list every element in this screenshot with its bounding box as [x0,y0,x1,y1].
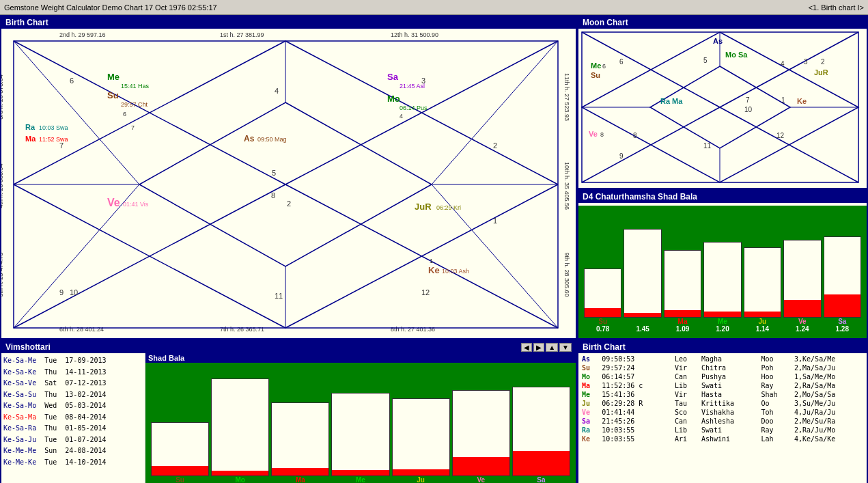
svg-text:10:03  Ash: 10:03 Ash [442,268,469,275]
svg-text:12th h. 31  500.90: 12th h. 31 500.90 [391,31,438,38]
svg-text:5: 5 [272,169,276,177]
svg-text:3rd h. 26  373.64: 3rd h. 26 373.64 [1,74,4,120]
list-item[interactable]: Ke-Sa-Ma Tue 08-04-2014 [3,412,143,424]
svg-text:Me: Me [591,61,601,70]
nav-prev[interactable]: ◀ [521,343,532,352]
svg-text:8: 8 [271,191,275,199]
svg-text:9: 9 [59,288,64,296]
table-row: Su 29:57:24 Vir Chitra Poh 2,Ma/Sa/Ju [580,363,865,372]
list-item[interactable]: Ke-Sa-Ke Thu 14-11-2013 [3,367,143,378]
right-panels: Moon Chart [577,15,868,340]
vimshottari-panel: Vimshottari ◀ ▶ ▲ ▼ Ke-Sa-Me Tue 17-09-2… [0,340,577,483]
svg-text:10th h. 35  405.56: 10th h. 35 405.56 [563,162,570,210]
table-row: Ma 11:52:36 c Lib Swati Ray 2,Ra/Sa/Ma [580,381,865,390]
svg-text:Mo: Mo [387,94,400,104]
list-item[interactable]: Ke-Me-Ke Tue 14-10-2014 [3,457,143,469]
vimshottari-header: Vimshottari ◀ ▶ ▲ ▼ [1,341,576,353]
list-item[interactable]: Ke-Sa-Su Thu 13-02-2014 [3,389,143,401]
list-item[interactable]: Ke-Sa-Me Tue 17-09-2013 [3,355,143,367]
svg-text:10:03  Swa: 10:03 Swa [39,124,68,131]
svg-text:09:50  Mag: 09:50 Mag [257,136,287,143]
svg-text:9th h. 28  305.60: 9th h. 28 305.60 [563,252,570,296]
table-row: Mo 06:14:57 Can Pushya Hoo 1,Sa/Me/Mo [580,372,865,381]
list-item[interactable]: Ke-Sa-Ve Sat 07-12-2013 [3,378,143,389]
svg-text:4: 4 [400,113,403,120]
table-row: As 09:50:53 Leo Magha Moo 3,Ke/Sa/Me [580,355,865,363]
svg-text:1st h. 27  381.99: 1st h. 27 381.99 [220,31,264,38]
svg-text:JuR: JuR [415,202,432,212]
birth-chart-title: Birth Chart [1,16,576,29]
moon-chart-panel: Moon Chart [577,15,868,189]
svg-text:29:57  Cht: 29:57 Cht [121,101,148,108]
svg-text:Su: Su [107,90,119,100]
svg-text:10: 10 [744,106,753,113]
table-row: Ke 10:03:55 Ari Ashwini Lah 4,Ke/Sa/Ke [580,434,865,443]
table-row: Sa 21:45:26 Can Ashlesha Doo 2,Me/Su/Ra [580,417,865,426]
shad-bala-title: Shad Bala [145,353,576,363]
svg-text:11th h. 27  523.93: 11th h. 27 523.93 [563,73,570,121]
svg-text:8: 8 [633,132,637,139]
shad-bala-chart: Su0.78 Mo1.45 Ma1.09 Me1.20 Ju1.14 Ve1.2… [145,353,576,483]
svg-text:11: 11 [703,142,712,150]
svg-text:7: 7 [131,124,135,131]
svg-text:1: 1 [781,96,785,104]
list-item[interactable]: Ke-Me-Me Sun 24-08-2014 [3,445,143,457]
svg-text:As: As [713,37,723,45]
svg-text:6: 6 [123,111,126,118]
svg-text:6: 6 [602,63,606,70]
list-item[interactable]: Ke-Sa-Ju Tue 01-07-2014 [3,434,143,446]
svg-text:4: 4 [275,87,279,95]
svg-text:2: 2 [493,141,497,150]
svg-text:8th h. 27  401.36: 8th h. 27 401.36 [391,326,435,333]
svg-text:Me: Me [107,72,120,82]
table-row: Ju 06:29:28 R Tau Krittika Oo 3,Su/Me/Ju [580,399,865,408]
moon-chart-svg: As 5 6 3 2 7 10 1 12 11 9 8 4 Me Su 6 [578,29,863,186]
svg-text:Ma: Ma [25,135,36,143]
main-container: Birth Chart 2nd h. 29 597.16 1st h. 27 3… [0,15,868,483]
moon-chart-title: Moon Chart [578,16,867,29]
svg-text:JuR: JuR [814,68,828,77]
birth-chart-table-content: As 09:50:53 Leo Magha Moo 3,Ke/Sa/Me Su … [578,353,867,445]
svg-text:Ke: Ke [797,97,807,105]
title-right: <1. Birth chart I> [809,3,864,12]
vimshottari-title: Vimshottari [5,342,51,352]
svg-text:Ve: Ve [107,197,120,208]
nav-down[interactable]: ▼ [559,343,572,352]
table-row: Ra 10:03:55 Lib Swati Ray 2,Ra/Ju/Mo [580,426,865,434]
svg-text:Ve: Ve [589,130,598,138]
svg-text:2: 2 [287,199,291,208]
svg-text:01:41  Vis: 01:41 Vis [123,201,149,208]
svg-text:06:14  Pus: 06:14 Pus [400,105,428,111]
table-row: Ve 01:41:44 Sco Vishakha Toh 4,Ju/Ra/Ju [580,408,865,417]
nav-next[interactable]: ▶ [533,343,544,352]
svg-text:1: 1 [493,217,497,225]
d4-bar-chart [584,209,861,318]
svg-text:Ke: Ke [428,265,440,275]
list-item[interactable]: Ke-Sa-Ra Thu 01-05-2014 [3,423,143,434]
birth-chart-svg: 2nd h. 29 597.16 1st h. 27 381.99 12th h… [1,29,572,336]
nav-up[interactable]: ▲ [546,343,558,352]
svg-text:Su: Su [591,71,600,79]
planet-table: As 09:50:53 Leo Magha Moo 3,Ke/Sa/Me Su … [580,355,865,443]
birth-chart-table-panel: Birth Chart As 09:50:53 Leo Magha Moo 3,… [577,340,868,483]
svg-text:Ra Ma: Ra Ma [660,97,683,105]
svg-text:5th h. 25  474.75: 5th h. 25 474.75 [1,252,4,296]
table-row: Me 15:41:36 Vir Hasta Shah 2,Mo/Sa/Sa [580,390,865,399]
svg-text:3: 3 [804,58,808,66]
svg-text:21:45  Asl: 21:45 Asl [400,83,425,89]
svg-text:As: As [244,134,255,143]
svg-text:Sa: Sa [387,72,399,82]
birth-chart-area: 2nd h. 29 597.16 1st h. 27 381.99 12th h… [1,29,576,335]
svg-text:8: 8 [600,131,604,138]
birth-chart-table-title: Birth Chart [578,341,867,353]
svg-text:Mo Sa: Mo Sa [725,51,748,59]
svg-text:7: 7 [746,96,750,104]
svg-text:5: 5 [703,57,708,64]
title-bar: Gemstone Weight Calculator Demo Chart 17… [0,0,868,15]
d4-chart-panel: D4 Chaturthamsha Shad Bala [577,189,868,340]
svg-text:2nd h. 29  597.16: 2nd h. 29 597.16 [59,31,106,38]
birth-chart: Birth Chart 2nd h. 29 597.16 1st h. 27 3… [0,15,577,340]
svg-text:2: 2 [821,58,825,66]
svg-text:4: 4 [781,60,785,68]
list-item[interactable]: Ke-Sa-Mo Wed 05-03-2014 [3,400,143,412]
